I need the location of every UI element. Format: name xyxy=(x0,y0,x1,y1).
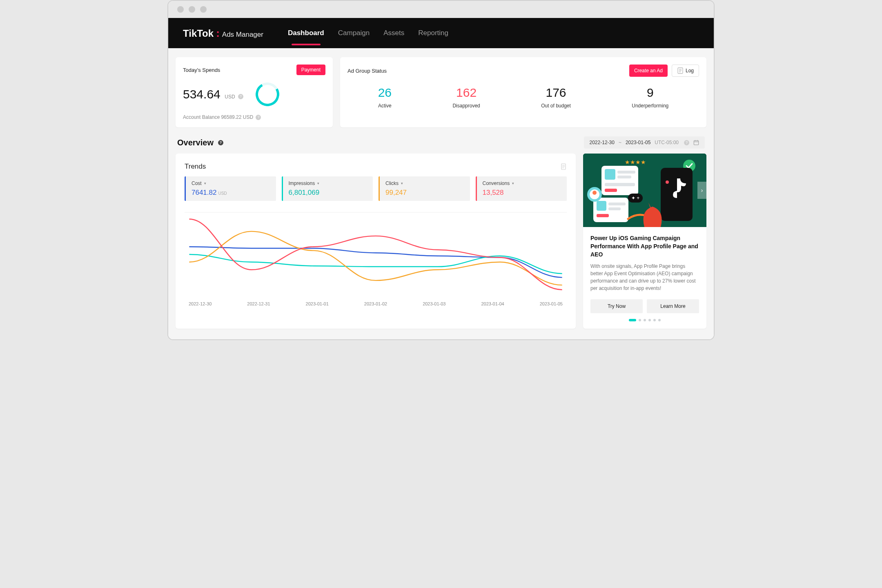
top-cards-row: Today's Spends Payment 534.64 USD ? Acco… xyxy=(176,57,706,127)
carousel-dot[interactable] xyxy=(653,319,656,321)
svg-rect-21 xyxy=(605,183,635,186)
stat-label: Out of budget xyxy=(541,103,571,109)
pill-value: 7641.82USD xyxy=(192,189,270,197)
stat-number: 176 xyxy=(541,86,571,100)
pill-label: Cost ▾ xyxy=(192,180,270,186)
nav-tab-dashboard[interactable]: Dashboard xyxy=(288,27,324,40)
spend-amount: 534.64 xyxy=(183,87,220,101)
nav-tab-campaign[interactable]: Campaign xyxy=(338,27,370,40)
spend-card: Today's Spends Payment 534.64 USD ? Acco… xyxy=(176,57,333,127)
log-label: Log xyxy=(686,68,694,74)
overview-title-text: Overview xyxy=(177,138,214,147)
carousel-dot[interactable] xyxy=(658,319,661,321)
stat-number: 9 xyxy=(632,86,668,100)
status-stat[interactable]: 162Disapproved xyxy=(452,86,480,109)
x-axis-label: 2023-01-04 xyxy=(481,301,504,306)
promo-card: ★★★★ ✦ + › xyxy=(583,154,706,329)
overview-row: Trends Cost ▾7641.82USDImpressions ▾6,80… xyxy=(176,154,706,329)
svg-text:✦ +: ✦ + xyxy=(631,195,639,201)
date-range-picker[interactable]: 2022-12-30 ~ 2023-01-05 UTC-05:00 ? xyxy=(584,136,705,149)
svg-point-16 xyxy=(666,180,669,184)
stat-label: Disapproved xyxy=(452,103,480,109)
promo-text: With onsite signals, App Profile Page br… xyxy=(590,263,699,292)
pill-label: Clicks ▾ xyxy=(385,180,464,186)
stat-number: 162 xyxy=(452,86,480,100)
status-card: Ad Group Status Create an Ad Log 26Activ… xyxy=(340,57,706,127)
carousel-dots xyxy=(590,319,699,321)
overview-title: Overview ? xyxy=(177,138,223,147)
x-axis-label: 2023-01-02 xyxy=(364,301,387,306)
nav-tab-reporting[interactable]: Reporting xyxy=(418,27,448,40)
timezone: UTC-05:00 xyxy=(655,140,679,145)
window-dot xyxy=(189,6,195,13)
carousel-next-icon[interactable]: › xyxy=(697,182,706,199)
stat-label: Active xyxy=(378,103,392,109)
promo-illustration: ★★★★ ✦ + xyxy=(583,154,706,227)
pill-value: 13,528 xyxy=(483,189,561,197)
carousel-dot[interactable] xyxy=(639,319,641,321)
pill-label: Conversions ▾ xyxy=(483,180,561,186)
svg-rect-22 xyxy=(605,189,617,192)
chevron-down-icon: ▾ xyxy=(317,181,319,185)
account-balance: Account Balance 96589.22 USD ? xyxy=(183,114,325,120)
promo-image: ★★★★ ✦ + › xyxy=(583,154,706,227)
svg-rect-20 xyxy=(617,176,631,178)
tilde-icon: ~ xyxy=(619,140,621,145)
page-body: Today's Spends Payment 534.64 USD ? Acco… xyxy=(168,48,714,339)
app-frame: TikTok: Ads Manager Dashboard Campaign A… xyxy=(167,0,715,340)
log-button[interactable]: Log xyxy=(672,65,699,77)
chevron-down-icon: ▾ xyxy=(512,181,514,185)
x-axis-label: 2023-01-05 xyxy=(540,301,563,306)
carousel-dot[interactable] xyxy=(644,319,646,321)
x-axis-label: 2022-12-31 xyxy=(247,301,270,306)
create-ad-button[interactable]: Create an Ad xyxy=(629,65,668,77)
trends-title: Trends xyxy=(185,163,206,171)
svg-rect-26 xyxy=(608,203,626,205)
x-axis-label: 2023-01-01 xyxy=(306,301,329,306)
help-icon[interactable]: ? xyxy=(684,140,689,145)
promo-learn-button[interactable]: Learn More xyxy=(647,299,699,313)
status-stat[interactable]: 9Underperforming xyxy=(632,86,668,109)
promo-title: Power Up iOS Gaming Campaign Performance… xyxy=(590,234,699,258)
balance-value: 96589.22 USD xyxy=(221,114,253,120)
svg-rect-27 xyxy=(608,207,621,210)
top-nav: TikTok: Ads Manager Dashboard Campaign A… xyxy=(168,18,714,48)
overview-header: Overview ? 2022-12-30 ~ 2023-01-05 UTC-0… xyxy=(177,136,705,149)
pill-value: 6,801,069 xyxy=(289,189,368,197)
status-stat[interactable]: 26Active xyxy=(378,86,392,109)
stat-label: Underperforming xyxy=(632,103,668,109)
svg-rect-4 xyxy=(694,141,698,145)
svg-point-31 xyxy=(592,191,597,195)
help-icon[interactable]: ? xyxy=(218,140,223,145)
status-stat[interactable]: 176Out of budget xyxy=(541,86,571,109)
trend-pill[interactable]: Cost ▾7641.82USD xyxy=(185,176,276,201)
pill-value: 99,247 xyxy=(385,189,464,197)
payment-button[interactable]: Payment xyxy=(296,65,325,75)
spend-title: Today's Spends xyxy=(183,67,220,73)
chevron-down-icon: ▾ xyxy=(401,181,403,185)
balance-label: Account Balance xyxy=(183,114,220,120)
trend-pill[interactable]: Conversions ▾13,528 xyxy=(476,176,567,201)
date-to: 2023-01-05 xyxy=(626,140,650,145)
svg-rect-28 xyxy=(597,214,609,217)
trend-pill[interactable]: Impressions ▾6,801,069 xyxy=(282,176,373,201)
window-dot xyxy=(200,6,207,13)
status-title: Ad Group Status xyxy=(347,68,387,74)
x-axis-label: 2022-12-30 xyxy=(189,301,212,306)
nav-tab-assets[interactable]: Assets xyxy=(383,27,404,40)
pill-label: Impressions ▾ xyxy=(289,180,368,186)
trend-pill[interactable]: Clicks ▾99,247 xyxy=(379,176,470,201)
svg-rect-25 xyxy=(597,201,606,211)
spend-ring-chart xyxy=(253,80,282,109)
date-from: 2022-12-30 xyxy=(590,140,615,145)
help-icon[interactable]: ? xyxy=(256,115,261,120)
brand-name: TikTok xyxy=(183,28,214,39)
nav-tabs: Dashboard Campaign Assets Reporting xyxy=(288,27,448,40)
carousel-dot[interactable] xyxy=(648,319,651,321)
calendar-icon xyxy=(693,140,699,145)
help-icon[interactable]: ? xyxy=(238,94,243,99)
document-icon[interactable] xyxy=(560,163,567,170)
trends-card: Trends Cost ▾7641.82USDImpressions ▾6,80… xyxy=(176,154,576,329)
promo-try-button[interactable]: Try Now xyxy=(590,299,643,313)
carousel-dot[interactable] xyxy=(629,319,636,321)
